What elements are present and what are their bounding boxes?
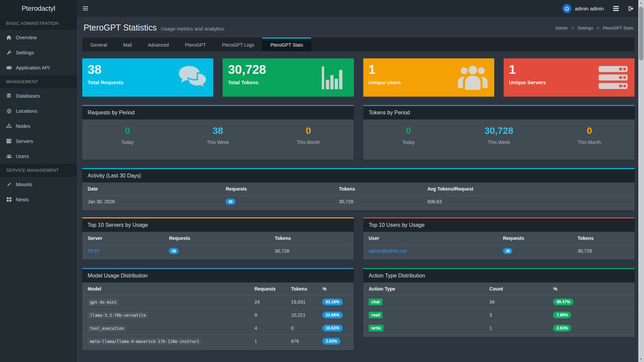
- sidebar-item-label: Nodes: [16, 123, 30, 129]
- panel-title: Requests by Period: [82, 106, 354, 119]
- model-name: meta-llama/llama-4-maverick-17b-128e-ins…: [88, 338, 201, 345]
- user-name: admin admin: [575, 6, 604, 11]
- sidebar-item-users[interactable]: Users: [0, 149, 77, 164]
- activity-date: Jan 30, 2026: [82, 196, 220, 208]
- magic-wand-icon: [6, 182, 12, 187]
- scrollbar-thumb[interactable]: [639, 7, 643, 60]
- tab-advanced[interactable]: Advanced: [140, 38, 177, 51]
- wrench-icon: [6, 50, 12, 55]
- brand-logo[interactable]: Pterodactyl: [0, 0, 77, 17]
- page-subtitle: Usage metrics and analytics.: [161, 26, 225, 32]
- tokens-this-month: 0 This Month: [544, 125, 635, 160]
- sidebar-item-settings[interactable]: Settings: [0, 45, 77, 60]
- sidebar: BASIC ADMINISTRATION Overview Settings A…: [0, 17, 77, 362]
- top-servers-panel: Top 10 Servers by Usage Server Requests …: [82, 217, 354, 260]
- stat-unique-users: 1 Unique Users: [363, 58, 494, 97]
- table-row: Jan 30, 2026 38 30,728 808.63: [82, 196, 635, 208]
- sidebar-toggle-icon[interactable]: [77, 0, 94, 17]
- servers-icon: [598, 65, 629, 90]
- server-icon: [6, 139, 12, 143]
- tab-mail[interactable]: Mail: [115, 38, 140, 51]
- users-group-icon: [457, 65, 488, 90]
- activity-tokens: 30,728: [333, 196, 422, 208]
- action-type-panel: Action Type Distribution Action Type Cou…: [363, 268, 635, 337]
- panel-title: Action Type Distribution: [363, 269, 635, 282]
- model-usage-table: Model Requests Tokens % gpt-4o-mini 24 1…: [82, 282, 354, 348]
- top-users-table: User Requests Tokens admin@admin.net 38 …: [363, 232, 635, 257]
- navbar-main: admin admin: [77, 0, 644, 17]
- sidebar-section-service-management: SERVICE MANAGEMENT: [0, 164, 77, 177]
- top10-panels: Top 10 Servers by Usage Server Requests …: [82, 217, 635, 260]
- panel-title: Top 10 Servers by Usage: [82, 218, 354, 232]
- requests-today: 0 Today: [82, 125, 173, 160]
- percent-pill: 2.63%: [553, 325, 571, 331]
- requests-badge: 38: [226, 199, 235, 205]
- tokens-today: 0 Today: [363, 125, 454, 160]
- requests-this-week: 38 This Week: [173, 125, 263, 160]
- action-type-badge: chat: [369, 299, 382, 305]
- sign-out-icon[interactable]: [628, 6, 634, 11]
- scroll-down-icon[interactable]: ▼: [638, 356, 644, 362]
- server-list-icon[interactable]: [613, 6, 619, 11]
- user-menu[interactable]: admin admin: [562, 4, 604, 13]
- scroll-up-icon[interactable]: ▲: [638, 0, 644, 6]
- page-title: PteroGPT Statistics: [84, 23, 157, 32]
- sidebar-item-label: Settings: [16, 50, 34, 55]
- table-row: chat 34 89.47%: [363, 296, 635, 309]
- requests-by-period-panel: Requests by Period 0 Today 38 This Week …: [82, 105, 354, 160]
- requests-badge: 38: [169, 248, 178, 254]
- table-row: gpt-4o-mini 24 19,831 63.16%: [82, 296, 354, 309]
- user-link[interactable]: admin@admin.net: [369, 248, 407, 254]
- period-panels: Requests by Period 0 Today 38 This Week …: [82, 105, 635, 160]
- top-navbar: Pterodactyl admin admin: [0, 0, 644, 17]
- sidebar-item-overview[interactable]: Overview: [0, 30, 77, 45]
- requests-this-month: 0 This Month: [263, 125, 354, 160]
- panel-title: Activity (Last 30 Days): [82, 169, 635, 183]
- tab-pterogpt-logs[interactable]: PteroGPT Logs: [214, 38, 262, 51]
- sidebar-item-servers[interactable]: Servers: [0, 134, 77, 149]
- tokens-by-period-panel: Tokens by Period 0 Today 30,728 This Wee…: [363, 105, 635, 160]
- tab-pterogpt[interactable]: PteroGPT: [177, 38, 214, 51]
- tab-pterogpt-stats[interactable]: PteroGPT Stats: [262, 38, 311, 51]
- breadcrumb-settings[interactable]: Settings: [577, 25, 593, 31]
- panel-title: Top 10 Users by Usage: [363, 218, 635, 232]
- breadcrumb-admin[interactable]: Admin: [555, 25, 568, 31]
- action-type-table: Action Type Count % chat 34 89.47% read …: [363, 282, 635, 335]
- server-link[interactable]: TEST: [88, 248, 100, 254]
- sidebar-item-locations[interactable]: Locations: [0, 103, 77, 118]
- percent-pill: 10.53%: [322, 325, 343, 331]
- percent-pill: 23.68%: [322, 312, 343, 318]
- stat-boxes: 38 Total Requests 30,728 Total Tokens 1 …: [82, 58, 635, 97]
- table-row: meta-llama/llama-4-maverick-17b-128e-ins…: [82, 335, 354, 348]
- sidebar-item-mounts[interactable]: Mounts: [0, 177, 77, 192]
- grid-icon: [6, 197, 12, 202]
- action-type-badge: write: [369, 325, 383, 331]
- sidebar-item-databases[interactable]: Databases: [0, 88, 77, 103]
- table-row: read 3 7.89%: [363, 309, 635, 322]
- table-row: admin@admin.net 38 30,728: [363, 245, 635, 257]
- user-avatar: [562, 4, 571, 13]
- sidebar-section-basic-administration: BASIC ADMINISTRATION: [0, 17, 77, 30]
- sidebar-item-label: Mounts: [16, 182, 32, 187]
- stat-total-tokens: 30,728 Total Tokens: [223, 58, 354, 97]
- database-icon: [6, 94, 12, 98]
- top-users-panel: Top 10 Users by Usage User Requests Toke…: [363, 217, 635, 260]
- percent-pill: 63.16%: [322, 299, 343, 305]
- action-type-badge: read: [369, 312, 382, 318]
- activity-avg: 808.63: [422, 196, 635, 208]
- model-usage-panel: Model Usage Distribution Model Requests …: [82, 268, 354, 350]
- users-icon: [6, 154, 12, 158]
- col-avg: Avg Tokens/Request: [422, 183, 635, 196]
- table-row: llama-3.3-70b-versatile 9 10,221 23.68%: [82, 309, 354, 322]
- tab-general[interactable]: General: [82, 38, 115, 51]
- sidebar-item-nodes[interactable]: Nodes: [0, 118, 77, 134]
- activity-table: Date Requests Tokens Avg Tokens/Request …: [82, 183, 635, 208]
- power-icon: [564, 6, 569, 11]
- distribution-panels: Model Usage Distribution Model Requests …: [82, 268, 635, 350]
- gamepad-icon: [6, 66, 12, 70]
- percent-pill: 89.47%: [553, 299, 573, 305]
- sidebar-item-nests[interactable]: Nests: [0, 192, 77, 207]
- sidebar-item-application-api[interactable]: Application API: [0, 60, 77, 75]
- window-scrollbar[interactable]: ▲ ▼: [638, 0, 644, 362]
- sidebar-item-label: Users: [16, 153, 29, 159]
